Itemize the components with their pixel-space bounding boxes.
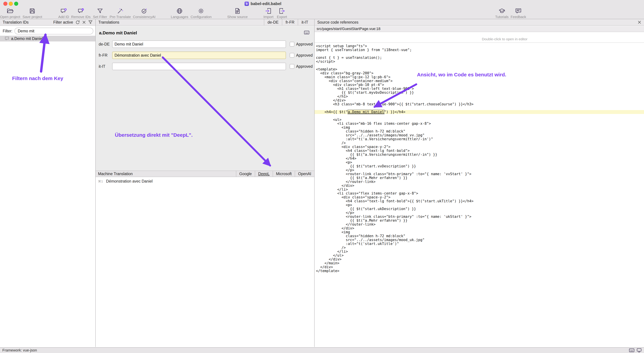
- display-icon[interactable]: [636, 348, 642, 353]
- code-line: </p>: [314, 168, 644, 172]
- keyboard-icon[interactable]: [629, 348, 634, 353]
- translation-id-list: a.Demo mit Daniel: [0, 36, 95, 42]
- code-line: <img: [314, 126, 644, 130]
- code-line: </li>: [314, 250, 644, 253]
- code-line: />: [314, 246, 644, 250]
- show-source-button[interactable]: Show source: [227, 8, 248, 19]
- feedback-button[interactable]: Feedback: [510, 8, 526, 19]
- clear-filter-icon[interactable]: [82, 21, 86, 24]
- speech-bubble-icon: [5, 37, 9, 41]
- code-line: import { useTranslation } from "i18next-…: [314, 48, 644, 52]
- language-label: fr-FR: [99, 53, 112, 58]
- annotation-deepl-note: Übersetzung direkt mit "DeepL".: [115, 132, 193, 138]
- code-block: <script setup lang="ts">import { useTran…: [314, 44, 644, 347]
- approved-checkbox-de-DE[interactable]: Approved: [290, 42, 312, 47]
- open-in-editor-hint: Double-click to open in editor: [482, 37, 528, 41]
- zoom-button[interactable]: [14, 2, 18, 6]
- translation-id-item[interactable]: a.Demo mit Daniel: [0, 36, 95, 42]
- configuration-icon: [198, 8, 204, 15]
- source-file-reference[interactable]: src/pages/start/GuestStartPage.vue:18: [314, 26, 644, 32]
- pre-translate-icon: [117, 8, 124, 15]
- minimize-button[interactable]: [9, 2, 13, 6]
- code-line: </p>: [314, 211, 644, 215]
- approved-checkbox-fr-FR[interactable]: Approved: [290, 53, 312, 58]
- close-icon[interactable]: [638, 21, 641, 24]
- language-tab-fr-FR[interactable]: fr-FR: [282, 19, 298, 25]
- checkbox-icon: [290, 53, 294, 58]
- open-project-button[interactable]: Open project: [0, 8, 20, 19]
- code-line: </li>: [314, 188, 644, 191]
- translation-key-title: a.Demo mit Daniel: [99, 30, 137, 36]
- languages-button[interactable]: Languages: [171, 8, 188, 19]
- toolbar-label: Tutorials: [495, 15, 508, 19]
- export-button[interactable]: Export: [277, 8, 287, 19]
- language-tab-de-DE[interactable]: de-DE: [264, 19, 282, 25]
- export-icon: [278, 8, 285, 15]
- provider-deepl[interactable]: DeepL: [255, 171, 273, 177]
- save-project-button[interactable]: Save project: [22, 8, 42, 19]
- language-label: it-IT: [99, 64, 112, 69]
- toolbar-label: Import: [264, 15, 274, 19]
- set-filter-button[interactable]: Set Filter: [93, 8, 107, 19]
- checkbox-icon: [290, 64, 294, 69]
- filter-label: Filter:: [3, 29, 12, 33]
- toolbar-label: Show source: [227, 15, 248, 19]
- code-line: </div>: [314, 226, 644, 230]
- annotation-source-note: Ansicht, wo im Code es benutzt wird.: [417, 72, 506, 78]
- code-line: class="hidden h-72 md:block": [314, 234, 644, 238]
- toolbar-label: ConsistencyAI: [133, 15, 156, 19]
- filter-icon[interactable]: [88, 20, 93, 25]
- remove-ids-button[interactable]: Remove IDs: [71, 8, 90, 19]
- translation-input-de-DE[interactable]: [112, 41, 286, 48]
- toolbar-label: Add ID: [58, 15, 69, 19]
- code-line: {{ $t("start.ukDescription") }}: [314, 207, 644, 211]
- highlighted-translation-key[interactable]: a.Demo mit Daniel: [348, 110, 384, 114]
- save-project-icon: [29, 8, 36, 15]
- code-line: {{ $t("a.Mehr erfahren") }}: [314, 176, 644, 180]
- panel-divider[interactable]: [95, 19, 96, 347]
- code-line: <h1 class="text-left text-blue-900">: [314, 87, 644, 91]
- translation-row-it-IT: it-ITApproved: [96, 63, 314, 70]
- filter-input[interactable]: [14, 28, 94, 34]
- keyboard-icon[interactable]: [304, 30, 310, 37]
- code-line: <h4>{{ $t("a.Demo mit Daniel") }}</h4>: [314, 110, 644, 114]
- code-line: <div class="pb-10 pt-4">: [314, 83, 644, 87]
- toolbar-label: Open project: [0, 15, 20, 19]
- translation-input-fr-FR[interactable]: [112, 52, 286, 59]
- show-source-icon: [234, 8, 241, 15]
- consistency-ai-button[interactable]: ConsistencyAI: [133, 8, 156, 19]
- translation-input-it-IT[interactable]: [112, 63, 286, 70]
- code-line: src="../../assets/images/mood_uk.jpg": [314, 238, 644, 242]
- window-title: babel-edit.babel: [250, 1, 282, 6]
- provider-openai[interactable]: OpenAI: [295, 171, 314, 177]
- code-line: <h4 class="text-lg font-bold">{{ $t("sta…: [314, 199, 644, 203]
- code-line: <li class="flex items-center gap-x-8">: [314, 191, 644, 195]
- provider-microsoft[interactable]: Microsoft: [273, 171, 295, 177]
- toolbar-label: Save project: [22, 15, 42, 19]
- approved-label: Approved: [296, 42, 312, 47]
- code-line: {{ $t("start.myvbvDescription") }}: [314, 91, 644, 95]
- source-file-path: src/pages/start/GuestStartPage.vue:18: [316, 27, 380, 31]
- add-id-button[interactable]: Add ID: [58, 8, 69, 19]
- code-line: {{ $t("a.Mehr erfahren") }}: [314, 219, 644, 222]
- code-line: <div class="space-y-2">: [314, 145, 644, 149]
- machine-translation-result[interactable]: ⌘1Démonstration avec Daniel: [96, 177, 314, 184]
- toolbar: Open projectSave projectAdd IDRemove IDs…: [0, 7, 644, 19]
- machine-translation-providers: GoogleDeepLMicrosoftOpenAI: [236, 171, 314, 177]
- refresh-icon[interactable]: [76, 20, 80, 25]
- code-line: [314, 64, 644, 68]
- tutorials-button[interactable]: Tutorials: [495, 8, 508, 19]
- window-title-group: b babel-edit.babel: [244, 1, 282, 7]
- configuration-button[interactable]: Configuration: [191, 8, 212, 19]
- code-line: </template>: [314, 269, 644, 273]
- close-button[interactable]: [3, 2, 8, 6]
- pre-translate-button[interactable]: Pre-Translate: [110, 8, 131, 19]
- import-icon: [265, 8, 272, 15]
- import-button[interactable]: Import: [264, 8, 274, 19]
- code-line: :alt="t('a.Versicherungsvermittler/-in')…: [314, 137, 644, 141]
- language-tab-it-IT[interactable]: it-IT: [298, 19, 312, 25]
- panel-divider[interactable]: [314, 19, 314, 347]
- code-line: <template>: [314, 68, 644, 71]
- approved-checkbox-it-IT[interactable]: Approved: [290, 64, 312, 69]
- provider-google[interactable]: Google: [236, 171, 255, 177]
